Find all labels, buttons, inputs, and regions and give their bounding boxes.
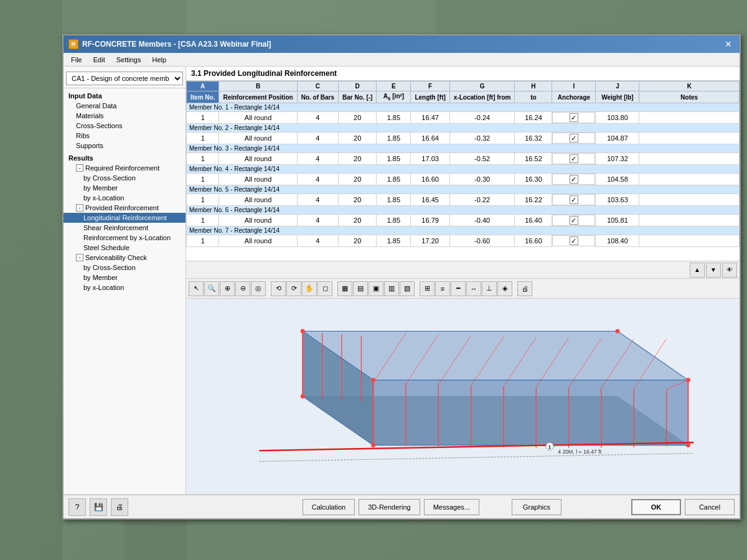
col-subheader-a: Item No. [187,91,219,103]
close-button[interactable]: ✕ [722,39,735,49]
tb-zoom-minus[interactable]: ⊖ [235,281,250,296]
tb-pan[interactable]: ✋ [302,281,317,296]
tree-steel-schedule[interactable]: Steel Schedule [63,243,186,253]
svg-point-42 [371,443,375,447]
anchorage-checkbox: ✓ [570,134,578,142]
tree-req-member[interactable]: by Member [63,183,186,193]
table-row[interactable]: 1All round4201.8516.64-0.3216.32✓104.87 [187,133,740,144]
svg-point-43 [686,378,690,382]
help-btn[interactable]: ? [68,498,86,516]
tb-select[interactable]: ◻ [317,281,332,296]
tb-bar[interactable]: ━ [451,281,466,296]
input-data-section: Input Data General Data Materials Cross-… [63,91,186,151]
tb-render1[interactable]: ▦ [337,281,352,296]
col-header-j: J [596,82,639,91]
col-header-g: G [449,82,515,91]
tree-svc-x-location[interactable]: by x-Location [63,282,186,292]
tree-provided-reinforcement[interactable]: - Provided Reinforcement [63,203,186,213]
calculation-button[interactable]: Calculation [303,499,355,515]
results-header: Results [63,153,186,163]
svg-point-41 [371,378,375,382]
results-section: Results - Required Reinforcement by Cros… [63,153,186,292]
tb-align[interactable]: ≡ [435,281,450,296]
menu-help[interactable]: Help [147,55,171,65]
tree-cross-sections[interactable]: Cross-Sections [63,121,186,131]
graphics-button[interactable]: Graphics [512,499,561,515]
table-row[interactable]: 1All round4201.8517.20-0.6016.60✓108.40 [187,235,740,247]
tb-cursor[interactable]: ↖ [189,281,204,296]
viz-area: 1 4 20M, l = 16.47 ft [186,299,740,494]
col-header-b: B [219,82,297,91]
table-row[interactable]: 1All round4201.8516.45-0.2216.22✓103.63 [187,194,740,206]
svg-rect-1 [0,0,62,560]
tree-svc-member[interactable]: by Member [63,273,186,282]
table-row[interactable]: 1All round4201.8517.03-0.5216.52✓107.32 [187,153,740,165]
member-select[interactable]: CA1 - Design of concrete memb [66,72,183,85]
tb-render2[interactable]: ▤ [353,281,368,296]
scroll-up-btn[interactable]: ▲ [690,263,705,278]
save-btn[interactable]: 💾 [90,498,107,516]
print-btn[interactable]: 🖨 [111,498,128,516]
scroll-down-btn[interactable]: ▼ [706,263,721,278]
tree-general-data[interactable]: General Data [63,101,186,111]
tree-ribs[interactable]: Ribs [63,131,186,141]
table-body: Member No. 1 - Rectangle 14/141All round… [187,103,740,247]
app-icon: R [68,39,78,49]
tree-req-cross-section[interactable]: by Cross-Section [63,173,186,183]
col-header-f: F [411,82,449,91]
anchorage-checkbox: ✓ [570,195,578,204]
tb-axis[interactable]: ⊞ [420,281,435,296]
tb-render5[interactable]: ▧ [400,281,415,296]
expand-provided[interactable]: - [76,204,83,212]
col-subheader-b: Reinforcement Position [219,91,297,103]
tree-materials[interactable]: Materials [63,111,186,121]
tb-zoom-rect[interactable]: 🔍 [204,281,219,296]
col-subheader-h: to [515,91,552,103]
ok-button[interactable]: OK [631,499,681,515]
expand-serviceability[interactable]: - [76,254,83,261]
table-area[interactable]: A B C D E F G H I J K [186,81,740,261]
tree-supports[interactable]: Supports [63,141,186,151]
table-row[interactable]: 1All round4201.8516.47-0.2416.24✓103.80 [187,112,740,124]
menu-edit[interactable]: Edit [88,55,110,65]
col-subheader-d: Bar No. [-] [339,91,377,103]
col-subheader-f: Length [ft] [411,91,449,103]
col-header-e: E [377,82,411,91]
tree-serviceability[interactable]: - Serviceability Check [63,253,186,263]
tree-shear-reinforcement[interactable]: Shear Reinforcement [63,223,186,233]
anchorage-checkbox: ✓ [570,216,578,225]
menu-file[interactable]: File [66,55,87,65]
messages-button[interactable]: Messages... [424,499,479,515]
tb-zoom-fit[interactable]: ◎ [251,281,266,296]
title-bar: R RF-CONCRETE Members - [CSA A23.3 Webin… [63,35,740,53]
tree-longitudinal-reinforcement[interactable]: Longitudinal Reinforcement [63,213,186,223]
tb-export[interactable]: 🖨 [517,281,532,296]
tree-req-x-location[interactable]: by x-Location [63,193,186,203]
anchorage-checkbox: ✓ [570,154,578,163]
svg-point-44 [686,443,690,447]
tb-measure[interactable]: ↔ [466,281,481,296]
tb-render4[interactable]: ▥ [384,281,399,296]
menu-settings[interactable]: Settings [111,55,146,65]
tb-rotate-right[interactable]: ⟳ [286,281,301,296]
view-options-btn[interactable]: 👁 [722,263,737,278]
input-data-header: Input Data [63,91,186,101]
tb-section[interactable]: ⊥ [482,281,497,296]
cancel-button[interactable]: Cancel [685,499,735,515]
panel-title: 3.1 Provided Longitudinal Reinforcement [186,67,740,81]
table-row[interactable]: 1All round4201.8516.79-0.4016.40✓105.81 [187,215,740,226]
member-label-6: Member No. 6 - Rectangle 14/14 [187,206,740,215]
table-row[interactable]: 1All round4201.8516.60-0.3016.30✓104.58 [187,174,740,185]
tree-reinf-x-location[interactable]: Reinforcement by x-Location [63,233,186,243]
tb-zoom-plus[interactable]: ⊕ [220,281,235,296]
tb-view3d[interactable]: ◈ [497,281,512,296]
expand-required[interactable]: - [76,164,83,172]
anchorage-checkbox: ✓ [570,175,578,184]
tb-render3[interactable]: ▣ [369,281,383,296]
col-header-a: A [187,82,219,91]
tb-rotate-left[interactable]: ⟲ [271,281,286,296]
bottom-bar: ? 💾 🖨 Calculation 3D-Rendering Messages.… [63,495,740,518]
rendering-button[interactable]: 3D-Rendering [359,499,420,515]
tree-required-reinforcement[interactable]: - Required Reinforcement [63,163,186,173]
tree-svc-cross-section[interactable]: by Cross-Section [63,263,186,273]
